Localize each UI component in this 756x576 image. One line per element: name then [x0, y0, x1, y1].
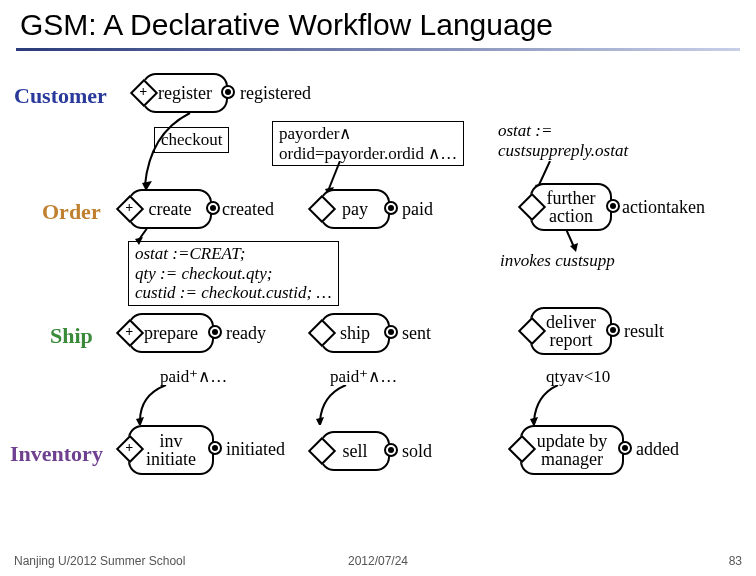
- svg-marker-7: [530, 417, 538, 425]
- anno-paid-plus-left: paid⁺∧…: [160, 367, 227, 387]
- milestone-dot-sold: [384, 443, 398, 457]
- milestone-dot-sent: [384, 325, 398, 339]
- anno-paid-plus-right: paid⁺∧…: [330, 367, 397, 387]
- anno-checkout: checkout: [154, 127, 229, 153]
- milestone-dot-paid: [384, 201, 398, 215]
- milestone-dot-ready: [208, 325, 222, 339]
- milestone-dot-added: [618, 441, 632, 455]
- footer-date: 2012/07/24: [348, 554, 408, 568]
- row-label-inventory: Inventory: [10, 441, 103, 467]
- anno-ostat-creat: ostat :=CREAT; qty := checkout.qty; cust…: [128, 241, 339, 306]
- milestone-sold: sold: [402, 441, 432, 462]
- milestone-created: created: [222, 199, 274, 220]
- milestone-dot-created: [206, 201, 220, 215]
- footer-page: 83: [729, 554, 742, 568]
- milestone-initiated: initiated: [226, 439, 285, 460]
- milestone-dot-initiated: [208, 441, 222, 455]
- milestone-dot-registered: [221, 85, 235, 99]
- svg-marker-6: [316, 417, 324, 425]
- svg-marker-5: [136, 417, 144, 425]
- milestone-registered: registered: [240, 83, 311, 104]
- anno-qtyav: qtyav<10: [546, 367, 610, 387]
- anno-payorder: payorder∧ ordid=payorder.ordid ∧…: [272, 121, 464, 166]
- milestone-sent: sent: [402, 323, 431, 344]
- milestone-ready: ready: [226, 323, 266, 344]
- footer-left: Nanjing U/2012 Summer School: [14, 554, 185, 568]
- anno-ostat-assign: ostat := custsuppreply.ostat: [498, 121, 628, 160]
- milestone-actiontaken: actiontaken: [622, 197, 705, 218]
- slide-title: GSM: A Declarative Workflow Language: [0, 0, 756, 48]
- milestone-paid: paid: [402, 199, 433, 220]
- milestone-added: added: [636, 439, 679, 460]
- row-label-order: Order: [42, 199, 101, 225]
- diagram-area: Customer Order Ship Inventory register +…: [0, 61, 756, 541]
- title-underline: [16, 48, 740, 51]
- anno-invokes: invokes custsupp: [500, 251, 615, 271]
- row-label-customer: Customer: [14, 83, 107, 109]
- milestone-result: result: [624, 321, 664, 342]
- row-label-ship: Ship: [50, 323, 93, 349]
- milestone-dot-result: [606, 323, 620, 337]
- stage-update-by-manager: update by manager: [520, 425, 624, 475]
- milestone-dot-actiontaken: [606, 199, 620, 213]
